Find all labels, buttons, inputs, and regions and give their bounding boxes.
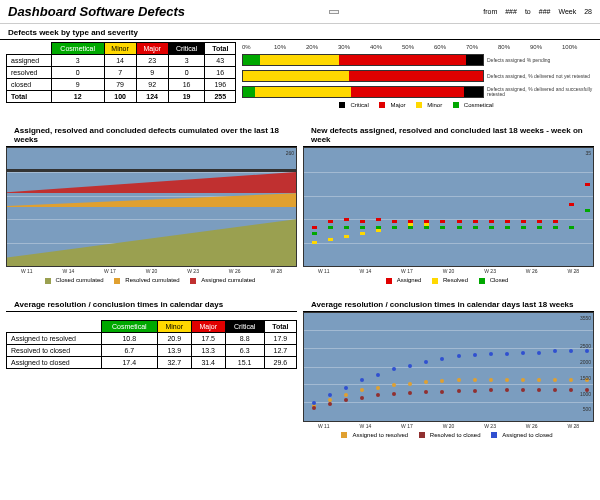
table-row: Total1210012419255 (7, 91, 236, 103)
line-chart: 3550 2500 2000 1500 1000 500 (303, 312, 594, 422)
resolution-table: Cosmetical Minor Major Critical Total As… (6, 320, 297, 369)
table-row: closed9799216196 (7, 79, 236, 91)
stacked-bar-chart: 0%10%20%30%40%50%60%70%80%90%100% Defect… (242, 42, 594, 112)
th-critical: Critical (168, 43, 205, 55)
from-value: ### (505, 8, 517, 15)
section1-title: Defects week by type and severity (0, 24, 600, 40)
area-chart: 260 (6, 147, 297, 267)
th-major: Major (136, 43, 168, 55)
hbar-legend: Critical Major Minor Cosmetical (242, 100, 594, 110)
hbar-axis: 0%10%20%30%40%50%60%70%80%90%100% (242, 44, 594, 50)
from-label: from (483, 8, 497, 15)
th-cosmetical: Cosmetical (51, 43, 104, 55)
table-row: Assigned to resolved10.820.917.58.817.9 (7, 332, 297, 344)
section2-left-title: Assigned, resolved and concluded defects… (6, 122, 297, 147)
to-label: to (525, 8, 531, 15)
area-xlabels: W 11W 14W 17W 20W 23W 26W 28 (6, 267, 297, 275)
area-legend: Closed cumulated Resolved cumulated Assi… (6, 275, 297, 285)
th-minor: Minor (104, 43, 136, 55)
week-label: Week (558, 8, 576, 15)
filter-dropdown[interactable] (329, 10, 339, 14)
table-row: resolved079016 (7, 67, 236, 79)
scatter-chart: 35 (303, 147, 594, 267)
table-row: assigned31423343 (7, 55, 236, 67)
scatter-legend: Assigned Resolved Closed (303, 275, 594, 285)
table-row: Assigned to closed17.432.731.415.129.6 (7, 356, 297, 368)
th-total: Total (205, 43, 236, 55)
table-row: Resolved to closed6.713.913.36.312.7 (7, 344, 297, 356)
page-title: Dashboard Software Defects (8, 4, 185, 19)
section2-right-title: New defects assigned, resolved and concl… (303, 122, 594, 147)
hbar-row: Defects assigned, % delivered not yet re… (242, 68, 594, 84)
defects-table: Cosmetical Minor Major Critical Total as… (6, 42, 236, 103)
section3-left-title: Average resolution / conclusion times in… (6, 296, 297, 312)
hbar-row: Defects assigned, % delivered and succes… (242, 84, 594, 100)
section3-right-title: Average resolution / conclusion times in… (303, 296, 594, 312)
header: Dashboard Software Defects from ### to #… (0, 0, 600, 24)
line-legend: Assigned to resolved Resolved to closed … (303, 430, 594, 440)
to-value: ### (539, 8, 551, 15)
line-xlabels: W 11W 14W 17W 20W 23W 26W 28 (303, 422, 594, 430)
scatter-xlabels: W 11W 14W 17W 20W 23W 26W 28 (303, 267, 594, 275)
hbar-row: Defects assigned % pending (242, 52, 594, 68)
week-value: 28 (584, 8, 592, 15)
